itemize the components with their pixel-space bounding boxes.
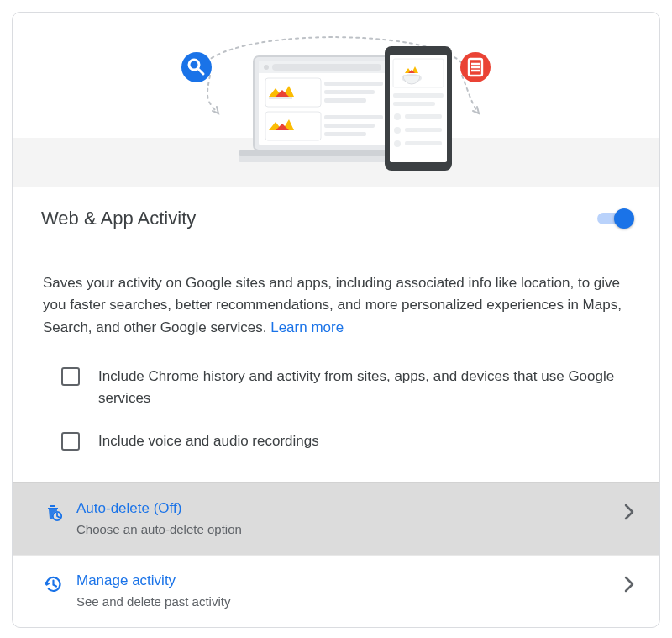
activity-card: Web & App Activity Saves your activity o… (12, 12, 660, 628)
svg-rect-18 (324, 90, 375, 94)
auto-delete-subtitle: Choose an auto-delete option (76, 522, 624, 536)
manage-activity-title: Manage activity (76, 572, 624, 589)
svg-rect-21 (324, 115, 383, 119)
manage-activity-text: Manage activity See and delete past acti… (76, 572, 624, 609)
svg-point-30 (394, 113, 401, 120)
description: Saves your activity on Google sites and … (13, 250, 659, 345)
checkbox-icon[interactable] (61, 367, 80, 386)
checkbox-row-chrome-history[interactable]: Include Chrome history and activity from… (43, 354, 629, 419)
svg-rect-19 (324, 98, 366, 103)
chevron-right-icon (624, 576, 634, 596)
title-row: Web & App Activity (13, 187, 659, 250)
checkbox-list: Include Chrome history and activity from… (13, 345, 659, 482)
checkbox-icon[interactable] (61, 432, 80, 451)
phone-illustration (385, 46, 452, 171)
search-icon (181, 52, 212, 82)
svg-rect-16 (269, 97, 292, 99)
svg-rect-23 (324, 132, 366, 136)
svg-point-34 (394, 140, 401, 147)
document-icon (460, 52, 491, 82)
svg-point-0 (181, 52, 212, 82)
checkbox-label: Include voice and audio recordings (98, 430, 319, 452)
auto-delete-text: Auto-delete (Off) Choose an auto-delete … (76, 500, 624, 536)
svg-point-32 (394, 127, 401, 134)
svg-point-13 (264, 65, 269, 70)
svg-rect-31 (405, 114, 442, 119)
svg-rect-33 (405, 128, 442, 132)
manage-activity-row[interactable]: Manage activity See and delete past acti… (13, 555, 659, 627)
hero-illustration (13, 13, 659, 187)
manage-activity-subtitle: See and delete past activity (76, 594, 624, 609)
history-icon (43, 574, 63, 594)
svg-rect-17 (324, 82, 383, 86)
svg-rect-29 (393, 102, 435, 106)
auto-delete-row[interactable]: Auto-delete (Off) Choose an auto-delete … (13, 482, 659, 555)
chevron-right-icon (624, 504, 634, 524)
checkbox-label: Include Chrome history and activity from… (98, 366, 629, 409)
auto-delete-title: Auto-delete (Off) (76, 500, 624, 517)
svg-rect-22 (324, 124, 375, 128)
svg-rect-35 (405, 141, 442, 145)
learn-more-link[interactable]: Learn more (270, 319, 344, 335)
auto-delete-icon (43, 502, 63, 522)
svg-rect-14 (272, 64, 381, 71)
section-title: Web & App Activity (41, 208, 597, 229)
svg-rect-28 (393, 93, 444, 98)
activity-toggle[interactable] (597, 210, 633, 227)
checkbox-row-voice-audio[interactable]: Include voice and audio recordings (43, 419, 629, 462)
